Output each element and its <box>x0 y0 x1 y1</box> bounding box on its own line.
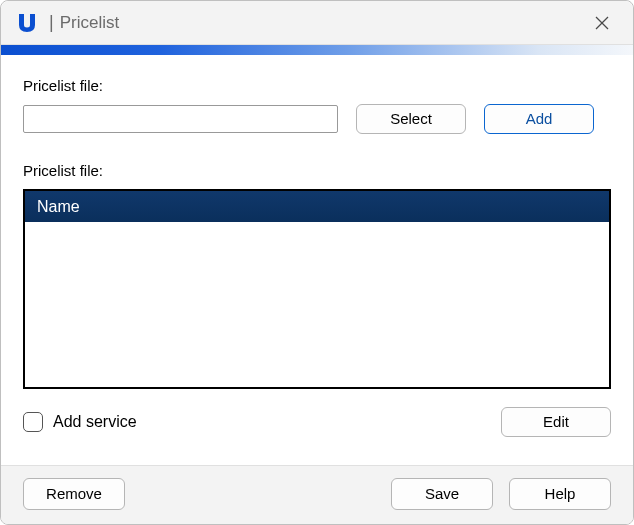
pricelist-file-label-2: Pricelist file: <box>23 162 611 179</box>
add-service-checkbox[interactable] <box>23 412 43 432</box>
remove-button[interactable]: Remove <box>23 478 125 510</box>
pricelist-table[interactable]: Name <box>23 189 611 389</box>
table-body <box>25 222 609 387</box>
add-service-label: Add service <box>53 413 137 431</box>
pricelist-file-input[interactable] <box>23 105 338 133</box>
client-area: Pricelist file: Select Add Pricelist fil… <box>1 55 633 465</box>
close-icon <box>595 16 609 30</box>
app-logo-icon <box>15 11 39 35</box>
accent-bar <box>1 45 633 55</box>
add-button[interactable]: Add <box>484 104 594 134</box>
add-service-row: Add service Edit <box>23 407 611 437</box>
help-button[interactable]: Help <box>509 478 611 510</box>
footer: Remove Save Help <box>1 465 633 524</box>
pricelist-file-row: Select Add <box>23 104 611 134</box>
table-column-name[interactable]: Name <box>25 191 609 222</box>
title-separator: | <box>49 13 54 31</box>
select-button[interactable]: Select <box>356 104 466 134</box>
save-button[interactable]: Save <box>391 478 493 510</box>
close-button[interactable] <box>579 5 625 41</box>
pricelist-file-label-1: Pricelist file: <box>23 77 611 94</box>
window-title: Pricelist <box>60 14 120 31</box>
titlebar: | Pricelist <box>1 1 633 45</box>
edit-button[interactable]: Edit <box>501 407 611 437</box>
